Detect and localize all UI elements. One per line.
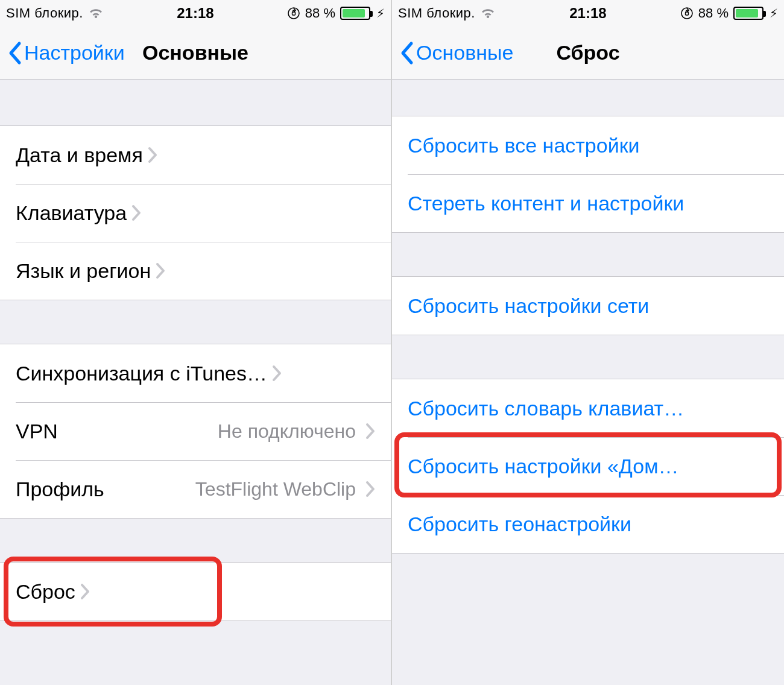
charging-icon: ⚡︎ xyxy=(376,6,385,21)
nav-bar: Основные Сброс xyxy=(392,27,784,80)
svg-point-0 xyxy=(288,8,299,19)
status-time: 21:18 xyxy=(569,5,606,22)
group-reset-main: Сбросить все настройки Стереть контент и… xyxy=(392,116,784,233)
status-bar: SIM блокир. 21:18 88 % ⚡︎ xyxy=(392,0,784,27)
back-button[interactable]: Настройки xyxy=(7,41,125,65)
page-title: Основные xyxy=(142,41,248,65)
chevron-right-icon xyxy=(365,423,375,440)
chevron-right-icon xyxy=(131,204,141,221)
svg-rect-1 xyxy=(292,12,295,15)
group-reset: Сброс xyxy=(0,562,391,621)
battery-fill xyxy=(343,9,365,17)
chevron-right-icon xyxy=(148,147,157,163)
row-vpn[interactable]: VPN Не подключено xyxy=(0,402,391,460)
screen-reset: SIM блокир. 21:18 88 % ⚡︎ Основные Сброс xyxy=(392,0,784,685)
battery-fill xyxy=(736,9,758,17)
screen-general: SIM блокир. 21:18 88 % ⚡︎ Настройки Осно… xyxy=(0,0,392,685)
row-date-time[interactable]: Дата и время xyxy=(0,126,391,184)
back-button[interactable]: Основные xyxy=(399,41,513,65)
row-profile[interactable]: Профиль TestFlight WebClip xyxy=(0,460,391,518)
chevron-left-icon xyxy=(399,41,415,65)
sim-status: SIM блокир. xyxy=(6,5,83,21)
nav-bar: Настройки Основные xyxy=(0,27,391,80)
back-label: Основные xyxy=(416,41,513,65)
row-reset-all-settings[interactable]: Сбросить все настройки xyxy=(392,116,784,174)
svg-rect-3 xyxy=(685,12,688,15)
group-datetime-keyboard-lang: Дата и время Клавиатура Язык и регион xyxy=(0,125,391,300)
chevron-right-icon xyxy=(156,262,165,279)
battery-percentage: 88 % xyxy=(305,5,335,21)
profile-value: TestFlight WebClip xyxy=(195,478,361,500)
orientation-lock-icon xyxy=(680,7,694,20)
chevron-left-icon xyxy=(7,41,23,65)
row-erase-content[interactable]: Стереть контент и настройки xyxy=(392,174,784,232)
battery-percentage: 88 % xyxy=(698,5,729,21)
status-time: 21:18 xyxy=(177,5,213,22)
row-itunes-sync[interactable]: Синхронизация с iTunes… xyxy=(0,344,391,402)
sim-status: SIM блокир. xyxy=(398,5,475,21)
svg-point-2 xyxy=(681,8,692,19)
row-keyboard[interactable]: Клавиатура xyxy=(0,184,391,242)
group-itunes-vpn-profile: Синхронизация с iTunes… VPN Не подключен… xyxy=(0,344,391,519)
row-reset-home-layout[interactable]: Сбросить настройки «Дом… xyxy=(392,437,784,495)
wifi-icon xyxy=(88,7,104,19)
row-reset-keyboard-dictionary[interactable]: Сбросить словарь клавиат… xyxy=(392,379,784,437)
chevron-right-icon xyxy=(365,481,375,497)
group-reset-network: Сбросить настройки сети xyxy=(392,276,784,335)
row-language-region[interactable]: Язык и регион xyxy=(0,242,391,300)
chevron-right-icon xyxy=(80,583,90,600)
back-label: Настройки xyxy=(24,41,125,65)
status-bar: SIM блокир. 21:18 88 % ⚡︎ xyxy=(0,0,391,27)
wifi-icon xyxy=(480,7,496,19)
battery-icon xyxy=(340,7,370,20)
battery-icon xyxy=(733,7,763,20)
group-reset-other: Сбросить словарь клавиат… Сбросить настр… xyxy=(392,379,784,554)
vpn-status: Не подключено xyxy=(218,420,361,443)
page-title: Сброс xyxy=(556,41,619,65)
orientation-lock-icon xyxy=(287,7,300,20)
row-reset[interactable]: Сброс xyxy=(0,563,391,620)
row-reset-location[interactable]: Сбросить геонастройки xyxy=(392,495,784,553)
chevron-right-icon xyxy=(272,365,282,382)
charging-icon: ⚡︎ xyxy=(770,6,778,21)
row-reset-network[interactable]: Сбросить настройки сети xyxy=(392,277,784,335)
